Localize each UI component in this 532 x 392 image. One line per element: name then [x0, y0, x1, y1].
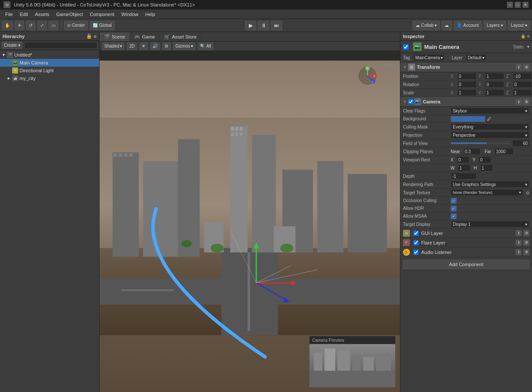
inspector-lock-icon[interactable]: 🔒 [521, 34, 526, 39]
rotate-tool-button[interactable]: ↺ [26, 21, 35, 30]
audio-listener-info-button[interactable]: ℹ [516, 249, 522, 255]
inspector-menu-icon[interactable]: ≡ [527, 34, 529, 39]
tab-game[interactable]: 🎮 Game [130, 32, 160, 41]
hierarchy-item-untitled[interactable]: ▼ 🎬 Untitled* [0, 51, 99, 59]
hand-tool-button[interactable]: ✋ [2, 21, 13, 30]
2d-button[interactable]: 2D [127, 42, 137, 50]
tag-dropdown[interactable]: MainCamera ▾ [413, 54, 445, 61]
scale-y-input[interactable] [485, 89, 504, 96]
camera-enabled-checkbox[interactable] [408, 99, 413, 104]
menu-help[interactable]: Help [142, 11, 158, 18]
fov-slider[interactable] [451, 142, 510, 144]
collab-button[interactable]: ☁ Collab ▾ [413, 21, 440, 30]
object-name[interactable]: Main Camera [424, 44, 510, 50]
camera-toggle[interactable]: ▼ 📷 Camera ℹ ⚙ [400, 97, 532, 107]
audio-listener-gear-button[interactable]: ⚙ [523, 249, 529, 255]
flare-layer-gear-button[interactable]: ⚙ [523, 240, 529, 246]
menu-file[interactable]: File [2, 11, 16, 18]
search-scene-input[interactable]: 🔍 All [198, 42, 213, 50]
target-texture-dropdown[interactable]: None (Render Texture) ▾ [451, 189, 523, 196]
occlusion-culling-checkbox[interactable]: ✓ [451, 198, 457, 204]
rotation-x-input[interactable] [457, 81, 477, 88]
scale-x-input[interactable] [457, 89, 477, 96]
transform-info-button[interactable]: ℹ [516, 64, 522, 70]
flare-layer-info-button[interactable]: ℹ [516, 240, 522, 246]
far-input[interactable] [494, 148, 514, 155]
rendering-path-dropdown[interactable]: Use Graphics Settings ▾ [451, 181, 529, 188]
target-display-dropdown[interactable]: Display 1 ▾ [451, 221, 529, 228]
audio-button[interactable]: 🔊 [150, 42, 160, 50]
move-tool-button[interactable]: ✛ [15, 21, 24, 30]
pause-button[interactable]: ⏸ [258, 21, 269, 30]
hierarchy-item-directional-light[interactable]: ☀ Directional Light [0, 67, 99, 74]
scale-tool-button[interactable]: ⤢ [37, 21, 47, 30]
allow-hdr-checkbox[interactable]: ✓ [451, 206, 457, 212]
menu-assets[interactable]: Assets [32, 11, 53, 18]
tab-scene[interactable]: 🎬 Scene [100, 32, 130, 41]
static-dropdown-icon[interactable]: ▾ [527, 45, 529, 49]
audio-listener-checkbox[interactable] [413, 250, 419, 255]
depth-input[interactable] [451, 173, 477, 180]
menu-edit[interactable]: Edit [16, 11, 32, 18]
center-pivot-button[interactable]: ⊙ Center [64, 21, 88, 30]
flare-layer-checkbox[interactable] [413, 240, 419, 245]
layout-button[interactable]: Layout ▾ [508, 21, 530, 30]
culling-mask-dropdown[interactable]: Everything ▾ [451, 123, 529, 130]
menu-gameobject[interactable]: GameObject [53, 11, 87, 18]
rect-tool-button[interactable]: ▭ [48, 21, 58, 30]
allow-msaa-checkbox[interactable]: ✓ [451, 213, 457, 219]
add-component-button[interactable]: Add Component [403, 260, 529, 269]
camera-gear-button[interactable]: ⚙ [523, 99, 529, 105]
position-z-input[interactable] [513, 73, 532, 80]
account-button[interactable]: 👤 Account [454, 21, 482, 30]
gui-layer-gear-button[interactable]: ⚙ [523, 230, 529, 236]
near-input[interactable] [463, 148, 480, 155]
projection-dropdown[interactable]: Perspective ▾ [451, 132, 529, 138]
menu-window[interactable]: Window [118, 11, 142, 18]
hierarchy-menu-icon[interactable]: ≡ [94, 34, 97, 39]
target-texture-pick-icon[interactable]: ⊙ [526, 190, 529, 195]
gui-layer-info-button[interactable]: ℹ [516, 230, 522, 236]
lighting-button[interactable]: ☀ [139, 42, 148, 50]
global-local-button[interactable]: 🔄 Global [90, 21, 115, 30]
scene-gizmo[interactable]: Y X Z [357, 65, 378, 87]
scale-z-input[interactable] [513, 89, 532, 96]
minimize-button[interactable]: ─ [507, 2, 513, 8]
vp-h-input[interactable] [480, 164, 493, 171]
cloud-button[interactable]: ☁ [442, 21, 452, 30]
hierarchy-item-my-city[interactable]: ► 🏙 my_city [0, 74, 99, 82]
background-color-swatch[interactable] [451, 116, 485, 122]
close-button[interactable]: ✕ [522, 2, 529, 8]
hierarchy-create-button[interactable]: Create ▾ [2, 42, 23, 49]
shading-dropdown[interactable]: Shaded ▾ [102, 42, 124, 50]
menu-component[interactable]: Component [86, 11, 118, 18]
fov-input[interactable] [512, 140, 529, 147]
transform-toggle[interactable]: ▼ ⊞ Transform ℹ ⚙ [400, 62, 532, 72]
rotation-y-input[interactable] [485, 81, 504, 88]
gizmos-dropdown[interactable]: Gizmos ▾ [173, 42, 195, 50]
step-button[interactable]: ⏭ [271, 21, 282, 30]
background-color-picker-icon[interactable]: 🖊 [487, 116, 491, 121]
position-x-input[interactable] [457, 73, 477, 80]
layers-button[interactable]: Layers ▾ [484, 21, 506, 30]
scene-viewport[interactable]: Y X Z < Persp [100, 51, 400, 392]
hierarchy-item-main-camera[interactable]: 📷 Main Camera [0, 59, 99, 67]
layer-dropdown[interactable]: Default ▾ [466, 54, 486, 61]
vp-x-input[interactable] [457, 156, 470, 163]
tab-asset-store[interactable]: 🛒 Asset Store [160, 32, 201, 41]
clear-flags-dropdown[interactable]: Skybox ▾ [451, 107, 529, 114]
object-active-checkbox[interactable] [403, 44, 409, 50]
near-label: Near [451, 149, 460, 154]
vfx-button[interactable]: ⚙ [162, 42, 171, 50]
hierarchy-search-input[interactable] [24, 42, 97, 49]
hierarchy-lock-icon[interactable]: 🔒 [86, 33, 92, 39]
play-button[interactable]: ▶ [245, 21, 256, 30]
rotation-z-input[interactable] [513, 81, 532, 88]
gui-layer-checkbox[interactable] [413, 231, 419, 236]
position-y-input[interactable] [485, 73, 504, 80]
vp-y-input[interactable] [478, 156, 491, 163]
vp-w-input[interactable] [458, 164, 471, 171]
camera-info-button[interactable]: ℹ [516, 99, 522, 105]
maximize-button[interactable]: □ [515, 2, 521, 8]
transform-gear-button[interactable]: ⚙ [523, 64, 529, 70]
